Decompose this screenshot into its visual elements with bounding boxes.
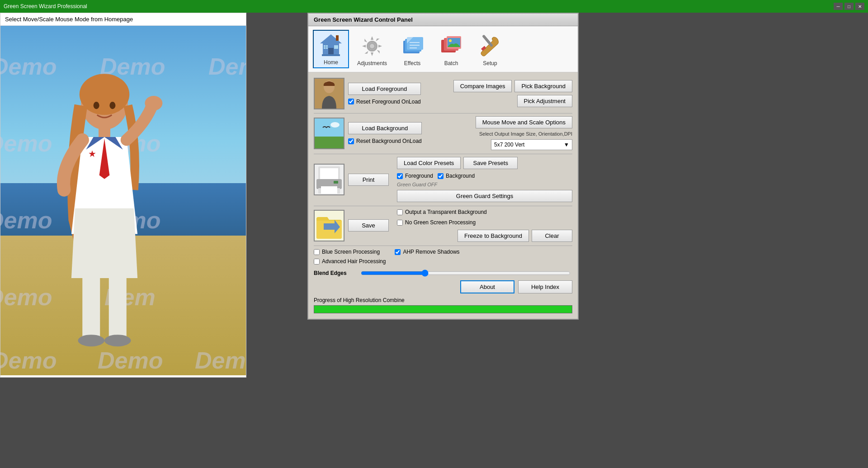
progress-bar-fill: [314, 306, 572, 313]
minimize-button[interactable]: ─: [834, 3, 843, 10]
left-checkboxes: Blue Screen Processing Advanced Hair Pro…: [314, 249, 386, 266]
progress-label: Progress of High Resolution Combine: [314, 297, 572, 303]
home-icon: [317, 33, 344, 57]
foreground-preset-checkbox[interactable]: [397, 173, 403, 179]
pick-adjustment-button[interactable]: Pick Adjustment: [517, 95, 573, 107]
toolbar-home-button[interactable]: Home: [313, 30, 349, 68]
batch-icon: [438, 33, 465, 58]
foreground-right-buttons: Compare Images Pick Background Pick Adju…: [425, 80, 572, 107]
reset-foreground-checkbox[interactable]: [348, 99, 354, 104]
girl-figure: ★: [28, 72, 181, 366]
save-button[interactable]: Save: [348, 219, 389, 232]
toolbar-effects-button[interactable]: Effects: [395, 32, 429, 68]
advanced-hair-checkbox[interactable]: [314, 259, 320, 265]
preview-area[interactable]: Demo Demo Dem Demo Demo Demo Demo Demo D…: [0, 26, 246, 375]
window-controls: ─ □ ✕: [834, 3, 864, 10]
fg-bg-checkboxes: Foreground Background: [397, 172, 572, 179]
output-size-label: Select Output Image Size, Orientation,DP…: [479, 131, 572, 137]
save-thumbnail: [314, 210, 344, 241]
reset-background-checkbox-row: Reset Background OnLoad: [348, 138, 422, 144]
mouse-move-scale-button[interactable]: Mouse Move and Scale Options: [476, 116, 572, 128]
output-transparent-checkbox[interactable]: [397, 209, 403, 215]
svg-rect-8: [109, 274, 127, 340]
save-presets-button[interactable]: Save Presets: [463, 157, 518, 169]
separator-1: [314, 113, 572, 113]
svg-text:★: ★: [88, 149, 96, 159]
ahp-shadows-row: AHP Remove Shadows: [395, 249, 459, 255]
background-preset-checkbox[interactable]: [438, 173, 443, 179]
svg-rect-13: [328, 48, 334, 55]
no-green-screen-checkbox[interactable]: [397, 220, 403, 226]
pick-background-button[interactable]: Pick Background: [514, 80, 572, 92]
svg-rect-36: [482, 34, 493, 47]
ahp-shadows-label: AHP Remove Shadows: [403, 249, 459, 255]
toolbar: Home Adjustmen: [308, 26, 578, 72]
blue-screen-label: Blue Screen Processing: [322, 249, 380, 255]
toolbar-setup-button[interactable]: Setup: [473, 32, 507, 68]
output-transparent-row: Output a Transparent Background: [397, 209, 572, 215]
reset-foreground-checkbox-row: Reset Foreground OnLoad: [348, 99, 421, 105]
close-button[interactable]: ✕: [855, 3, 864, 10]
dropdown-arrow-icon: ▼: [564, 142, 569, 148]
svg-rect-16: [336, 35, 339, 41]
progress-bar-background: [314, 305, 572, 313]
blend-edges-label: Blend Edges: [314, 270, 354, 276]
load-color-presets-button[interactable]: Load Color Presets: [397, 157, 461, 169]
compare-pick-buttons: Compare Images Pick Background: [453, 80, 572, 92]
help-index-button[interactable]: Help Index: [518, 280, 572, 293]
freeze-clear-buttons: Freeze to Background Clear: [397, 230, 572, 242]
dropdown-value: 5x7 200 Vert: [494, 142, 524, 148]
svg-point-10: [104, 335, 131, 346]
load-foreground-button[interactable]: Load Foreground: [348, 83, 421, 95]
separator-3: [314, 206, 572, 206]
progress-section: Progress of High Resolution Combine: [314, 297, 572, 313]
no-green-screen-label: No Green Screen Processing: [405, 219, 476, 226]
foreground-row: Load Foreground Reset Foreground OnLoad …: [314, 78, 572, 109]
separator-4: [314, 246, 572, 246]
load-background-button[interactable]: Load Background: [348, 122, 422, 134]
print-thumbnail: [314, 164, 344, 195]
blue-screen-row: Blue Screen Processing: [314, 249, 386, 255]
freeze-to-background-button[interactable]: Freeze to Background: [458, 230, 529, 242]
svg-point-35: [449, 39, 452, 42]
blend-edges-slider[interactable]: [361, 269, 571, 277]
blue-screen-checkbox[interactable]: [314, 249, 320, 255]
output-size-dropdown[interactable]: 5x7 200 Vert ▼: [491, 139, 572, 150]
about-button[interactable]: About: [460, 280, 514, 293]
control-panel: Green Screen Wizard Control Panel: [307, 13, 579, 320]
foreground-buttons: Load Foreground Reset Foreground OnLoad: [348, 83, 421, 105]
advanced-hair-row: Advanced Hair Processing: [314, 258, 386, 265]
svg-rect-15: [334, 45, 338, 49]
toolbar-batch-button[interactable]: Batch: [434, 32, 468, 68]
clear-button[interactable]: Clear: [532, 230, 572, 242]
blend-edges-section: Blend Edges: [314, 269, 572, 277]
background-checkbox-row: Background: [438, 173, 475, 179]
setup-icon: [476, 33, 504, 58]
compare-images-button[interactable]: Compare Images: [453, 80, 512, 92]
toolbar-effects-label: Effects: [404, 60, 420, 66]
effects-icon: [399, 33, 426, 58]
toolbar-home-label: Home: [324, 59, 338, 66]
toolbar-adjustments-label: Adjustments: [357, 60, 387, 66]
ahp-shadows-checkbox[interactable]: [395, 249, 401, 255]
background-right-section: Mouse Move and Scale Options Select Outp…: [425, 116, 572, 150]
svg-point-9: [78, 335, 105, 346]
svg-point-23: [370, 44, 374, 48]
foreground-thumbnail: [314, 78, 344, 109]
foreground-checkbox-row: Foreground: [397, 173, 433, 179]
svg-rect-48: [321, 186, 337, 194]
print-button[interactable]: Print: [348, 174, 389, 186]
toolbar-setup-label: Setup: [483, 60, 497, 66]
green-guard-settings-button[interactable]: Green Guard Settings: [397, 190, 572, 202]
background-thumbnail: [314, 118, 344, 149]
reset-background-checkbox[interactable]: [348, 138, 354, 144]
preview-header: Select Move/Scale Mouse Mode from Homepa…: [0, 13, 246, 26]
background-buttons: Load Background Reset Background OnLoad: [348, 122, 422, 144]
color-preset-buttons: Load Color Presets Save Presets: [397, 157, 572, 169]
toolbar-adjustments-button[interactable]: Adjustments: [354, 32, 391, 68]
maximize-button[interactable]: □: [844, 3, 854, 10]
svg-rect-4: [99, 125, 110, 138]
title-bar: Green Screen Wizard Professional ─ □ ✕: [0, 0, 868, 13]
bottom-checkboxes: Blue Screen Processing Advanced Hair Pro…: [314, 249, 572, 266]
svg-point-42: [330, 122, 340, 128]
